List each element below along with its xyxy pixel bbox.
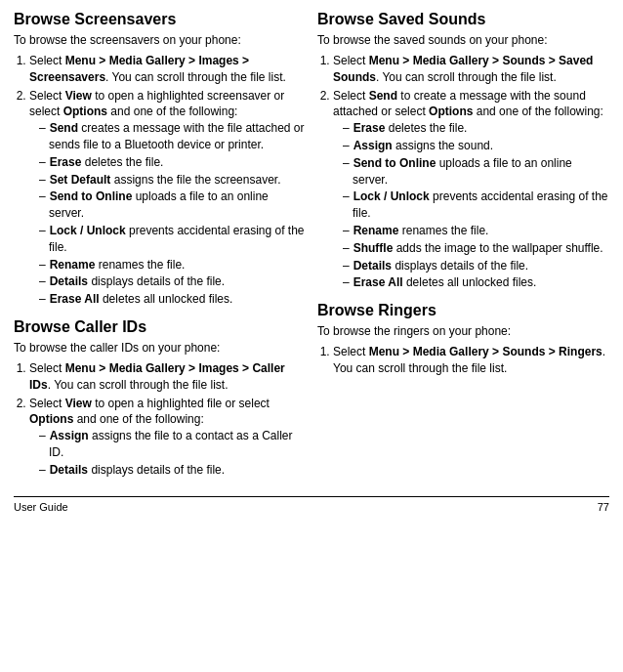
step-text: Select View to open a highlighted screen…: [29, 89, 284, 119]
page-content: Browse ScreensaversTo browse the screens…: [14, 10, 609, 488]
section-heading: Browse Caller IDs: [14, 317, 306, 336]
section-browse-ringers: Browse RingersTo browse the ringers on y…: [317, 301, 609, 377]
section-heading: Browse Saved Sounds: [317, 10, 609, 28]
bullet-item: Send creates a message with the file att…: [39, 120, 306, 153]
step-item: Select View to open a highlighted screen…: [29, 88, 306, 308]
bullet-item: Send to Online uploads a file to an onli…: [343, 155, 609, 189]
steps-list: Select Menu > Media Gallery > Sounds > R…: [333, 344, 609, 377]
bullet-item: Assign assigns the file to a contact as …: [39, 428, 306, 461]
bullet-item: Lock / Unlock prevents accidental erasin…: [343, 189, 609, 222]
left-column: Browse ScreensaversTo browse the screens…: [14, 10, 306, 488]
step-item: Select Menu > Media Gallery > Sounds > S…: [333, 53, 609, 86]
bullet-item: Rename renames the file.: [343, 223, 609, 239]
bullet-item: Details displays details of the file.: [343, 258, 609, 274]
footer-left: User Guide: [14, 501, 68, 513]
section-intro: To browse the ringers on your phone:: [317, 323, 609, 340]
step-item: Select Menu > Media Gallery > Images > C…: [29, 360, 306, 394]
bullet-item: Erase deletes the file.: [39, 154, 306, 171]
right-column: Browse Saved SoundsTo browse the saved s…: [317, 10, 609, 488]
bullet-item: Details displays details of the file.: [39, 462, 306, 479]
bullet-list: Send creates a message with the file att…: [39, 120, 306, 308]
bullet-item: Rename renames the file.: [39, 257, 306, 273]
bullet-item: Send to Online uploads a file to an onli…: [39, 189, 306, 222]
step-item: Select Send to create a message with the…: [333, 88, 609, 292]
bullet-item: Lock / Unlock prevents accidental erasin…: [39, 223, 306, 256]
steps-list: Select Menu > Media Gallery > Images > C…: [29, 360, 306, 479]
section-intro: To browse the caller IDs on your phone:: [14, 340, 306, 357]
section-browse-caller-ids: Browse Caller IDsTo browse the caller ID…: [14, 317, 306, 479]
bullet-item: Details displays details of the file.: [39, 273, 306, 290]
bullet-item: Assign assigns the sound.: [343, 138, 609, 154]
bullet-item: Erase deletes the file.: [343, 120, 609, 137]
step-text: Select Menu > Media Gallery > Sounds > S…: [333, 54, 593, 84]
steps-list: Select Menu > Media Gallery > Sounds > S…: [333, 53, 609, 291]
section-intro: To browse the saved sounds on your phone…: [317, 32, 609, 49]
step-text: Select Menu > Media Gallery > Images > C…: [29, 361, 285, 392]
step-item: Select View to open a highlighted file o…: [29, 396, 306, 479]
bullet-item: Shuffle adds the image to the wallpaper …: [343, 240, 609, 257]
step-text: Select Send to create a message with the…: [333, 89, 603, 119]
section-heading: Browse Screensavers: [14, 10, 306, 28]
step-text: Select Menu > Media Gallery > Sounds > R…: [333, 345, 605, 375]
step-item: Select Menu > Media Gallery > Images > S…: [29, 53, 306, 86]
section-heading: Browse Ringers: [317, 301, 609, 319]
section-intro: To browse the screensavers on your phone…: [14, 32, 306, 49]
section-browse-saved-sounds: Browse Saved SoundsTo browse the saved s…: [317, 10, 609, 291]
bullet-item: Set Default assigns the file the screens…: [39, 172, 306, 189]
step-text: Select Menu > Media Gallery > Images > S…: [29, 54, 286, 84]
steps-list: Select Menu > Media Gallery > Images > S…: [29, 53, 306, 308]
step-text: Select View to open a highlighted file o…: [29, 397, 270, 427]
bullet-item: Erase All deletes all unlocked files.: [343, 274, 609, 291]
section-browse-screensavers: Browse ScreensaversTo browse the screens…: [14, 10, 306, 308]
bullet-list: Assign assigns the file to a contact as …: [39, 428, 306, 478]
footer-right: 77: [598, 501, 609, 513]
step-item: Select Menu > Media Gallery > Sounds > R…: [333, 344, 609, 377]
bullet-item: Erase All deletes all unlocked files.: [39, 291, 306, 308]
page-footer: User Guide 77: [14, 496, 609, 513]
bullet-list: Erase deletes the file.Assign assigns th…: [343, 120, 609, 291]
